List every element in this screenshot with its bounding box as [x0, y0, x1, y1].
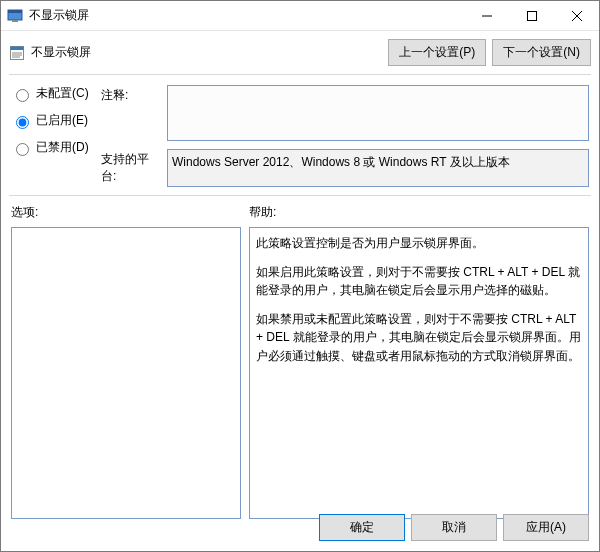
- nav-buttons: 上一个设置(P) 下一个设置(N): [388, 39, 591, 66]
- svg-rect-8: [11, 46, 24, 50]
- radio-disabled[interactable]: 已禁用(D): [11, 139, 97, 156]
- svg-rect-2: [12, 20, 18, 22]
- radio-disabled-label: 已禁用(D): [36, 139, 89, 156]
- options-label: 选项:: [11, 204, 241, 221]
- svg-rect-4: [527, 11, 536, 20]
- window-controls: [464, 1, 599, 30]
- lower-panels: 选项: 帮助: 此策略设置控制是否为用户显示锁屏界面。 如果启用此策略设置，则对…: [1, 196, 599, 506]
- help-panel[interactable]: 此策略设置控制是否为用户显示锁屏界面。 如果启用此策略设置，则对于不需要按 CT…: [249, 227, 589, 519]
- policy-editor-window: 不显示锁屏 不显: [0, 0, 600, 552]
- help-paragraph: 此策略设置控制是否为用户显示锁屏界面。: [256, 234, 582, 253]
- radio-enabled-input[interactable]: [16, 116, 29, 129]
- state-radio-group: 未配置(C) 已启用(E) 已禁用(D): [11, 85, 97, 156]
- window-title: 不显示锁屏: [29, 7, 89, 24]
- close-button[interactable]: [554, 1, 599, 30]
- supported-platforms[interactable]: [167, 149, 589, 187]
- policy-name: 不显示锁屏: [31, 44, 91, 61]
- next-setting-button[interactable]: 下一个设置(N): [492, 39, 591, 66]
- policy-header: 不显示锁屏 上一个设置(P) 下一个设置(N): [1, 31, 599, 66]
- ok-button[interactable]: 确定: [319, 514, 405, 541]
- settings-grid: 未配置(C) 已启用(E) 已禁用(D) 注释: 支持的平台:: [1, 75, 599, 187]
- cancel-button[interactable]: 取消: [411, 514, 497, 541]
- help-paragraph: 如果启用此策略设置，则对于不需要按 CTRL + ALT + DEL 就能登录的…: [256, 263, 582, 300]
- prev-setting-button[interactable]: 上一个设置(P): [388, 39, 486, 66]
- comment-input[interactable]: [167, 85, 589, 141]
- help-label: 帮助:: [249, 204, 589, 221]
- radio-enabled-label: 已启用(E): [36, 112, 88, 129]
- policy-title-wrap: 不显示锁屏: [9, 44, 380, 61]
- help-col: 帮助: 此策略设置控制是否为用户显示锁屏界面。 如果启用此策略设置，则对于不需要…: [249, 204, 589, 519]
- options-col: 选项:: [11, 204, 241, 519]
- radio-not-configured-input[interactable]: [16, 89, 29, 102]
- maximize-button[interactable]: [509, 1, 554, 30]
- supported-label: 支持的平台:: [101, 149, 163, 185]
- title-wrap: 不显示锁屏: [1, 7, 464, 24]
- app-icon: [7, 8, 23, 24]
- apply-button[interactable]: 应用(A): [503, 514, 589, 541]
- minimize-button[interactable]: [464, 1, 509, 30]
- help-paragraph: 如果禁用或未配置此策略设置，则对于不需要按 CTRL + ALT + DEL 就…: [256, 310, 582, 366]
- comment-label: 注释:: [101, 85, 163, 104]
- radio-not-configured-label: 未配置(C): [36, 85, 89, 102]
- policy-icon: [9, 45, 25, 61]
- titlebar: 不显示锁屏: [1, 1, 599, 31]
- radio-disabled-input[interactable]: [16, 143, 29, 156]
- radio-enabled[interactable]: 已启用(E): [11, 112, 97, 129]
- dialog-buttons: 确定 取消 应用(A): [1, 506, 599, 551]
- radio-not-configured[interactable]: 未配置(C): [11, 85, 97, 102]
- options-panel[interactable]: [11, 227, 241, 519]
- svg-rect-1: [8, 10, 22, 13]
